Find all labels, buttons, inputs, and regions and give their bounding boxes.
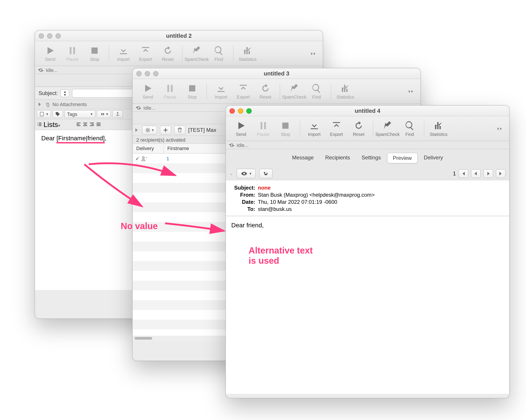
close-button[interactable] — [136, 71, 142, 76]
svg-rect-15 — [90, 123, 94, 123]
window-title: untitled 4 — [226, 107, 509, 114]
align-left-button[interactable] — [76, 121, 81, 129]
contact-icon — [141, 156, 147, 161]
anchor-button[interactable] — [112, 110, 123, 118]
check-icon: ✓ — [135, 156, 139, 161]
statistics-button[interactable]: Statistics — [237, 42, 258, 65]
svg-rect-24 — [231, 144, 233, 146]
message-body: Dear friend, — [226, 216, 509, 394]
titlebar[interactable]: untitled 4 — [226, 106, 509, 116]
minimize-button[interactable] — [145, 71, 150, 76]
import-button[interactable]: Import — [210, 80, 232, 103]
tab-message[interactable]: Message — [287, 153, 319, 163]
svg-rect-20 — [97, 125, 101, 126]
chevron-down-icon[interactable]: ⌄ — [230, 171, 233, 176]
overflow-button[interactable] — [406, 86, 416, 96]
svg-rect-13 — [84, 124, 87, 124]
pause-button[interactable]: Pause — [253, 117, 274, 140]
reset-button[interactable]: Reset — [157, 42, 178, 65]
pause-button[interactable]: Pause — [62, 42, 83, 65]
find-button[interactable]: Find — [208, 42, 230, 65]
spamcheck-button[interactable]: SpamCheck — [377, 117, 398, 140]
svg-rect-14 — [83, 125, 87, 126]
zoom-button[interactable] — [55, 33, 61, 38]
preview-toolbar: ⌄ ▾ 1 — [226, 167, 509, 180]
titlebar[interactable]: untitled 3 — [133, 68, 420, 79]
overflow-button[interactable] — [308, 49, 318, 58]
zoom-button[interactable] — [246, 108, 252, 113]
pause-button[interactable]: Pause — [159, 80, 181, 103]
lists-menu[interactable]: Lists▾ — [43, 121, 75, 129]
spamcheck-button[interactable]: SpamCheck — [284, 80, 305, 103]
refresh-button[interactable] — [259, 168, 273, 178]
window-title: untitled 2 — [35, 32, 323, 39]
send-button[interactable]: Send — [137, 80, 159, 103]
titlebar[interactable]: untitled 2 — [35, 31, 323, 41]
link-button[interactable]: ▾ — [97, 110, 111, 118]
prev-page-button[interactable] — [471, 169, 481, 178]
svg-point-5 — [38, 124, 38, 124]
close-button[interactable] — [230, 108, 235, 113]
next-page-button[interactable] — [483, 169, 493, 178]
status-icon — [38, 68, 44, 72]
export-button[interactable]: Export — [233, 80, 254, 103]
gear-menu[interactable]: ▾ — [142, 125, 157, 134]
window-title: untitled 3 — [133, 70, 420, 77]
stop-button[interactable]: Stop — [275, 117, 296, 140]
tags-menu[interactable]: Tags▾ — [64, 110, 95, 118]
align-right-button[interactable] — [89, 121, 95, 129]
send-button[interactable]: Send — [230, 117, 252, 140]
tab-delivery[interactable]: Delivery — [418, 153, 448, 163]
col-delivery[interactable]: Delivery — [133, 144, 164, 153]
svg-rect-17 — [90, 125, 94, 126]
first-page-button[interactable] — [458, 169, 468, 178]
send-button[interactable]: Send — [40, 42, 61, 65]
statistics-button[interactable]: Statistics — [335, 80, 356, 103]
svg-rect-0 — [40, 69, 42, 71]
stop-button[interactable]: Stop — [84, 42, 105, 65]
statistics-button[interactable]: Statistics — [428, 117, 449, 140]
trash-button[interactable] — [174, 125, 186, 134]
last-page-button[interactable] — [496, 169, 506, 178]
export-button[interactable]: Export — [135, 42, 156, 65]
tag-button[interactable] — [52, 110, 63, 118]
stop-button[interactable]: Stop — [182, 80, 203, 103]
import-button[interactable]: Import — [303, 117, 325, 140]
minimize-button[interactable] — [238, 108, 243, 113]
svg-rect-4 — [39, 123, 41, 123]
close-button[interactable] — [39, 33, 44, 38]
window-untitled-4: untitled 4 Send Pause Stop Import Export… — [225, 105, 510, 398]
find-button[interactable]: Find — [306, 80, 327, 103]
status-bar: Idle... — [226, 141, 509, 149]
tab-settings[interactable]: Settings — [356, 153, 386, 163]
add-button[interactable] — [160, 125, 171, 134]
status-icon — [135, 105, 142, 110]
align-center-button[interactable] — [82, 121, 88, 129]
merge-tag: [Firstname|friend] — [56, 134, 104, 143]
minimize-button[interactable] — [47, 33, 52, 38]
status-icon — [229, 143, 235, 147]
svg-rect-6 — [39, 124, 41, 124]
svg-point-7 — [38, 125, 38, 126]
list-button[interactable] — [37, 121, 42, 129]
reset-button[interactable]: Reset — [348, 117, 369, 140]
tab-preview[interactable]: Preview — [387, 153, 417, 163]
svg-rect-9 — [77, 123, 81, 123]
svg-rect-21 — [138, 106, 139, 109]
page-menu[interactable]: ▾ — [37, 110, 51, 118]
find-button[interactable]: Find — [399, 117, 420, 140]
spamcheck-button[interactable]: SpamCheck — [186, 42, 207, 65]
align-justify-button[interactable] — [96, 121, 101, 129]
subject-stepper[interactable]: ▲▼ — [61, 89, 70, 97]
overflow-button[interactable] — [495, 124, 505, 133]
svg-point-2 — [117, 112, 118, 113]
export-button[interactable]: Export — [326, 117, 347, 140]
view-menu[interactable]: ▾ — [237, 168, 256, 178]
svg-rect-19 — [97, 124, 101, 124]
zoom-button[interactable] — [153, 71, 159, 76]
reset-button[interactable]: Reset — [255, 80, 276, 103]
tab-recipients[interactable]: Recipients — [320, 153, 355, 163]
svg-rect-1 — [40, 112, 43, 116]
svg-rect-11 — [77, 125, 81, 126]
import-button[interactable]: Import — [113, 42, 134, 65]
